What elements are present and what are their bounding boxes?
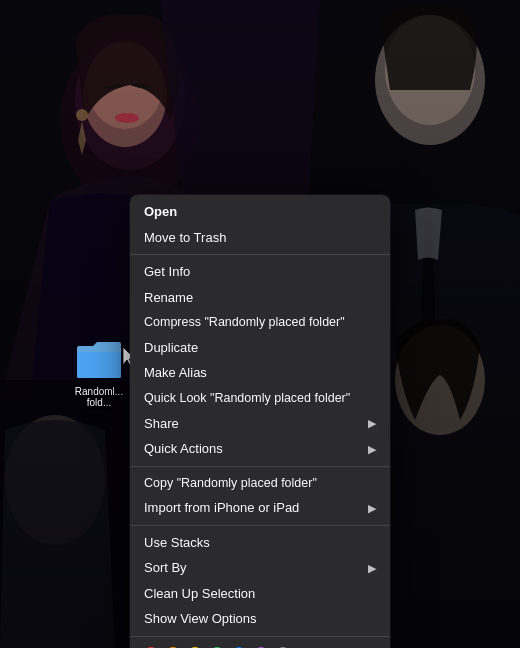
import-submenu-arrow: ▶ [368, 500, 376, 517]
menu-item-rename[interactable]: Rename [130, 285, 390, 311]
menu-item-move-to-trash[interactable]: Move to Trash [130, 225, 390, 251]
sort-by-submenu-arrow: ▶ [368, 560, 376, 577]
color-tags-row [130, 641, 390, 648]
separator-3 [130, 525, 390, 526]
menu-item-quick-look[interactable]: Quick Look "Randomly placed folder" [130, 386, 390, 411]
menu-item-open[interactable]: Open [130, 199, 390, 225]
menu-item-compress[interactable]: Compress "Randomly placed folder" [130, 310, 390, 335]
menu-item-show-view-options[interactable]: Show View Options [130, 606, 390, 632]
menu-item-get-info[interactable]: Get Info [130, 259, 390, 285]
menu-item-import[interactable]: Import from iPhone or iPad ▶ [130, 495, 390, 521]
separator-1 [130, 254, 390, 255]
menu-item-clean-up-selection[interactable]: Clean Up Selection [130, 581, 390, 607]
menu-item-quick-actions[interactable]: Quick Actions ▶ [130, 436, 390, 462]
share-submenu-arrow: ▶ [368, 415, 376, 432]
menu-item-share[interactable]: Share ▶ [130, 411, 390, 437]
folder-label: Randoml...fold... [69, 386, 129, 408]
menu-item-copy[interactable]: Copy "Randomly placed folder" [130, 471, 390, 496]
menu-item-use-stacks[interactable]: Use Stacks [130, 530, 390, 556]
menu-item-duplicate[interactable]: Duplicate [130, 335, 390, 361]
folder-icon-area: Randoml...fold... [75, 340, 129, 408]
separator-2 [130, 466, 390, 467]
separator-4 [130, 636, 390, 637]
context-menu: Open Move to Trash Get Info Rename Compr… [130, 195, 390, 648]
menu-item-sort-by[interactable]: Sort By ▶ [130, 555, 390, 581]
folder-icon [75, 340, 123, 380]
quick-actions-submenu-arrow: ▶ [368, 441, 376, 458]
menu-item-make-alias[interactable]: Make Alias [130, 360, 390, 386]
